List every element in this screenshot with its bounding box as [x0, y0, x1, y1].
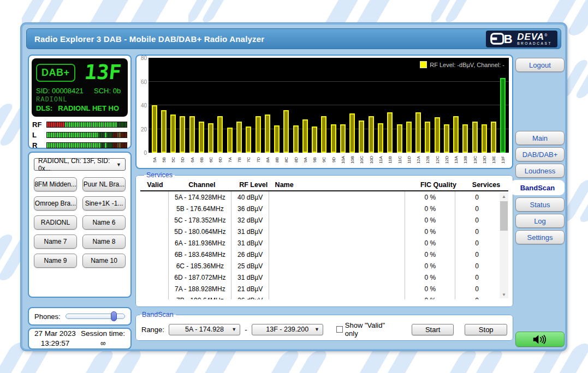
logout-button[interactable]: Logout — [515, 58, 565, 72]
scroll-down-icon[interactable]: ▼ — [500, 291, 508, 298]
x-tick: 11B — [385, 153, 395, 167]
meter-segment — [95, 143, 97, 148]
bar-8C — [283, 110, 289, 153]
x-tick: 6D — [216, 153, 225, 167]
phones-label: Phones: — [34, 312, 61, 321]
meter-segment — [123, 122, 125, 127]
meter-segment — [81, 143, 82, 148]
meter-segment — [125, 122, 127, 127]
bar-12B — [425, 122, 430, 153]
bar-slot — [300, 58, 310, 153]
nav-status[interactable]: Status — [515, 197, 565, 212]
cell-services: 0 — [455, 226, 498, 237]
x-tick-label: 9B — [312, 157, 317, 163]
cell-valid — [140, 272, 169, 283]
stop-button[interactable]: Stop — [465, 324, 507, 335]
bar-13F — [500, 78, 506, 153]
x-tick: 5D — [178, 153, 187, 167]
preset-button-6[interactable]: Name 6 — [82, 215, 126, 230]
range-from-select[interactable]: 5A - 174.928 ▼ — [169, 324, 240, 335]
x-tick-label: 5B — [161, 157, 166, 163]
service-row[interactable]: 6B - 183.648MHz26 dBµV0 %0 — [140, 249, 498, 260]
preset-button-10[interactable]: Name 10 — [82, 254, 126, 268]
cell-fic-quality: 0 % — [405, 203, 455, 214]
meter-segment — [107, 122, 109, 127]
preset-button-8[interactable]: Name 8 — [82, 234, 126, 249]
x-tick: 6C — [206, 153, 216, 167]
nav-log[interactable]: Log — [515, 214, 565, 228]
rf-level-meter — [46, 122, 127, 128]
station-select[interactable]: RADIONL, Ch: 13F, SID: 0x... ▼ — [34, 158, 126, 171]
meter-segment — [79, 143, 81, 148]
start-button[interactable]: Start — [412, 324, 454, 335]
cell-fic-quality: 0 % — [405, 191, 455, 203]
range-to-select[interactable]: 13F - 239.200 ▼ — [252, 324, 323, 335]
meter-segment — [61, 143, 63, 148]
service-row[interactable]: 5A - 174.928MHz40 dBµV0 %0 — [140, 191, 498, 203]
cell-name — [269, 249, 405, 260]
scrollbar-thumb[interactable] — [500, 201, 508, 231]
x-tick: 11D — [404, 153, 413, 167]
preset-button-1[interactable]: 8FM Midden... — [34, 177, 77, 191]
preset-button-9[interactable]: Name 9 — [34, 254, 77, 268]
meter-segment — [91, 143, 93, 148]
bar-slot — [404, 58, 413, 153]
table-scrollbar[interactable]: ▲ ▼ — [500, 192, 508, 298]
slider-thumb[interactable] — [111, 311, 117, 321]
service-row[interactable]: 6D - 187.072MHz31 dBµV0 %0 — [140, 272, 498, 283]
meter-segment — [95, 122, 97, 127]
cell-name — [269, 214, 405, 226]
cell-services: 0 — [455, 272, 498, 283]
bar-slot — [348, 58, 357, 153]
service-row[interactable]: 6C - 185.36MHz25 dBµV0 %0 — [140, 260, 498, 272]
cell-rf-level: 31 dBµV — [231, 237, 269, 249]
service-row[interactable]: 6A - 181.936MHz31 dBµV0 %0 — [140, 237, 498, 249]
meter-segment — [53, 122, 55, 127]
deva-logo-text: DEVA® BROADCAST — [517, 32, 552, 46]
bar-slot — [442, 58, 451, 153]
service-row[interactable]: 7A - 188.928MHz21 dBµV0 %0 — [140, 283, 498, 294]
checkbox-box[interactable] — [336, 326, 343, 333]
preset-button-4[interactable]: Sine+1K -1... — [82, 196, 126, 210]
meter-segment — [105, 143, 106, 148]
x-tick-label: 12B — [425, 156, 430, 164]
nav-loudness[interactable]: Loudness — [515, 164, 565, 178]
preset-button-2[interactable]: Puur NL Bra... — [82, 177, 126, 191]
bar-9A — [302, 119, 308, 153]
meter-segment — [111, 143, 113, 148]
cell-rf-level: 31 dBµV — [231, 272, 269, 283]
service-row[interactable]: 5D - 180.064MHz31 dBµV0 %0 — [140, 226, 498, 237]
nav-settings[interactable]: Settings — [515, 230, 565, 244]
bar-slot — [479, 58, 489, 153]
preset-button-5[interactable]: RADIONL — [34, 215, 77, 230]
x-tick: 10B — [348, 153, 357, 167]
meter-segment — [67, 122, 69, 127]
meter-segment — [59, 133, 61, 137]
bar-slot — [357, 58, 366, 153]
meter-segment — [89, 143, 91, 148]
service-row[interactable]: 5B - 176.64MHz36 dBµV0 %0 — [140, 203, 498, 214]
x-tick: 5C — [169, 153, 178, 167]
bar-7A — [227, 128, 233, 153]
x-tick: 9D — [329, 153, 338, 167]
app-title: Radio Explorer 3 DAB - Mobile DAB/DAB+ R… — [34, 34, 264, 44]
phones-volume-slider[interactable] — [66, 314, 125, 319]
meter-segment — [85, 133, 87, 137]
meter-segment — [99, 133, 100, 137]
service-row[interactable]: 5C - 178.352MHz32 dBµV0 %0 — [140, 214, 498, 226]
service-row[interactable]: 7B - 190.64MHz26 dBµV0 %0 — [140, 294, 498, 299]
cell-services: 0 — [455, 214, 498, 226]
column-header-channel: Channel — [170, 181, 234, 189]
datetime-panel: 27 Mar 2023 13:29:57 Session time: ∞ — [28, 328, 132, 350]
scroll-up-icon[interactable]: ▲ — [500, 192, 508, 200]
nav-dab-dab[interactable]: DAB/DAB+ — [515, 147, 565, 161]
preset-button-3[interactable]: Omroep Bra... — [34, 196, 77, 210]
nav-main[interactable]: Main — [515, 131, 565, 145]
deva-watermark-icon — [71, 350, 158, 373]
bar-slot — [395, 58, 404, 153]
audio-output-button[interactable] — [515, 332, 565, 347]
nav-bandscan[interactable]: BandScan — [510, 180, 565, 195]
preset-button-7[interactable]: Name 7 — [34, 234, 77, 249]
show-valid-only-checkbox[interactable]: Show "Valid" only — [336, 321, 400, 338]
meter-segment — [55, 143, 57, 148]
